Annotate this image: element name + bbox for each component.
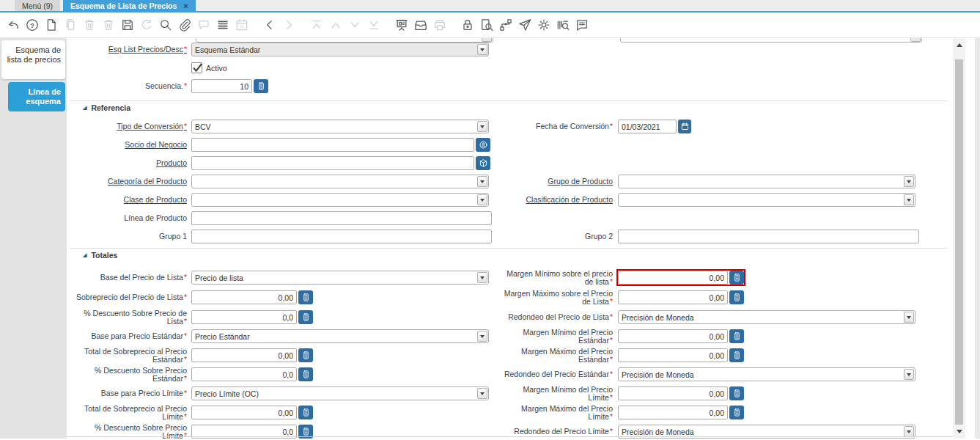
categoria-producto-select[interactable]	[191, 175, 489, 188]
calculator-button[interactable]	[298, 367, 313, 381]
find-icon[interactable]	[157, 16, 174, 34]
redondeo-estandar-select[interactable]: Precisión de Moneda	[618, 367, 915, 381]
grupo2-input[interactable]	[618, 230, 919, 243]
categoria-producto-label[interactable]: Categoría del Producto	[70, 177, 191, 186]
calendar-button[interactable]	[678, 120, 691, 133]
fecha-conversion-input[interactable]	[618, 120, 677, 133]
dropdown-arrow-icon[interactable]	[904, 176, 914, 187]
toggle-grid-icon[interactable]	[214, 16, 232, 34]
esq-list-select[interactable]: Esquema Estándar	[191, 43, 489, 56]
dropdown-arrow-icon[interactable]	[477, 388, 487, 399]
dropdown-arrow-icon[interactable]	[904, 426, 914, 437]
socio-negocio-input[interactable]	[191, 138, 474, 152]
grupo-producto-label[interactable]: Grupo de Producto	[496, 177, 618, 186]
margen-min-lista-input[interactable]	[618, 271, 728, 285]
save-icon[interactable]	[119, 16, 136, 34]
margen-min-estandar-input[interactable]	[618, 329, 728, 343]
zoom-across-icon[interactable]	[478, 16, 495, 34]
tab-menu[interactable]: Menú (9)	[15, 0, 60, 11]
dropdown-arrow-icon[interactable]	[904, 312, 914, 323]
margen-max-estandar-input[interactable]	[618, 348, 728, 362]
vertical-scrollbar[interactable]	[953, 38, 965, 439]
calculator-button[interactable]	[729, 271, 744, 285]
calculator-button[interactable]	[298, 310, 313, 324]
clasificacion-producto-label[interactable]: Clasificación de Producto	[496, 196, 618, 204]
redondeo-lista-select[interactable]: Precisión de Moneda	[618, 310, 915, 324]
required-marker: *	[184, 45, 187, 54]
margen-max-limite-input[interactable]	[618, 406, 728, 419]
total-sobreprecio-limite-input[interactable]	[191, 406, 297, 419]
calculator-button[interactable]	[729, 406, 744, 419]
redondeo-lista-label: Redondeo del Precio de Lista*	[496, 313, 618, 321]
sidebar-tab-label: Línea de esquema	[26, 87, 61, 106]
archive-icon[interactable]	[412, 16, 430, 34]
calculator-button[interactable]	[729, 329, 744, 343]
calculator-button[interactable]	[298, 348, 313, 362]
product-search-button[interactable]	[476, 156, 490, 170]
calculator-button[interactable]	[254, 79, 268, 93]
product-attribute-icon[interactable]	[554, 16, 572, 34]
scroll-down-icon[interactable]	[954, 427, 965, 437]
section-header-totales[interactable]: ◢Totales	[83, 251, 953, 260]
process-icon[interactable]	[535, 16, 553, 34]
section-header-referencia[interactable]: ◢Referencia	[83, 103, 953, 112]
activo-checkbox[interactable]	[191, 62, 202, 73]
calculator-button[interactable]	[729, 386, 744, 400]
section-title: Totales	[91, 251, 117, 260]
secuencia-input[interactable]	[191, 79, 252, 93]
dropdown-arrow-icon[interactable]	[904, 194, 914, 205]
undo-changes-icon[interactable]	[4, 16, 22, 34]
workflow-icon[interactable]	[497, 16, 515, 34]
calculator-button[interactable]	[298, 290, 313, 304]
desc-estandar-input[interactable]	[191, 367, 297, 381]
margen-min-limite-input[interactable]	[618, 386, 728, 400]
calculator-button[interactable]	[298, 406, 313, 419]
base-precio-lista-select[interactable]: Precio de lista	[191, 271, 489, 285]
delete-record-icon	[81, 16, 98, 34]
calculator-button[interactable]	[729, 290, 744, 304]
dropdown-arrow-icon[interactable]	[477, 194, 487, 205]
scrollbar-thumb[interactable]	[955, 59, 963, 425]
tipo-conversion-select[interactable]: BCV	[191, 120, 489, 133]
new-record-icon[interactable]	[43, 16, 60, 34]
sobreprecio-lista-input[interactable]	[191, 290, 297, 304]
sidebar-tab-linea-esquema[interactable]: Línea de esquema	[8, 82, 65, 111]
close-tab-icon[interactable]: ×	[183, 2, 188, 10]
margen-max-lista-input[interactable]	[618, 290, 728, 304]
report-icon[interactable]	[393, 16, 410, 34]
dropdown-arrow-icon[interactable]	[477, 272, 487, 283]
desc-lista-input[interactable]	[191, 310, 297, 324]
previous-record-icon[interactable]	[261, 16, 279, 34]
dropdown-arrow-icon[interactable]	[477, 176, 487, 187]
total-sobreprecio-limite-label: Total de Sobreprecio al Precio Límite*	[70, 405, 191, 420]
help-icon[interactable]: ?	[23, 16, 41, 34]
grupo-producto-select[interactable]	[618, 175, 915, 188]
dropdown-arrow-icon[interactable]	[904, 369, 914, 380]
dropdown-arrow-icon[interactable]	[477, 331, 487, 342]
producto-input[interactable]	[191, 156, 474, 170]
business-partner-search-button[interactable]	[476, 138, 490, 152]
base-precio-limite-select[interactable]: Precio Límite (OC)	[191, 386, 489, 400]
attachment-icon[interactable]	[176, 16, 194, 34]
sidebar-tab-esquema-lista-precios[interactable]: Esquema de lista de precios	[1, 40, 65, 79]
scroll-up-icon[interactable]	[954, 40, 965, 50]
grupo1-input[interactable]	[191, 230, 492, 243]
producto-label[interactable]: Producto	[70, 159, 191, 167]
redondeo-estandar-label: Redondeo del Precio Estándar*	[496, 370, 618, 378]
dropdown-arrow-icon[interactable]	[477, 44, 487, 55]
dropdown-arrow-icon[interactable]	[477, 121, 487, 132]
clasificacion-producto-select[interactable]	[618, 193, 915, 207]
total-sobreprecio-estandar-input[interactable]	[191, 348, 297, 362]
tab-esquema-lista-precios[interactable]: Esquema de Lista de Precios ×	[63, 0, 196, 11]
calculator-button[interactable]	[729, 348, 744, 362]
clase-producto-label[interactable]: Clase de Producto	[70, 196, 191, 204]
linea-producto-input[interactable]	[191, 211, 492, 225]
memo-icon[interactable]	[573, 16, 591, 34]
clase-producto-select[interactable]	[191, 193, 489, 207]
send-request-icon[interactable]	[516, 16, 534, 34]
lock-icon[interactable]	[459, 16, 476, 34]
esq-list-label[interactable]: Esq List Precios/Desc*	[70, 45, 191, 54]
tipo-conversion-label[interactable]: Tipo de Conversión*	[70, 122, 191, 131]
base-precio-estandar-select[interactable]: Precio Estándar	[191, 329, 489, 343]
socio-negocio-label[interactable]: Socio del Negocio	[70, 141, 191, 149]
